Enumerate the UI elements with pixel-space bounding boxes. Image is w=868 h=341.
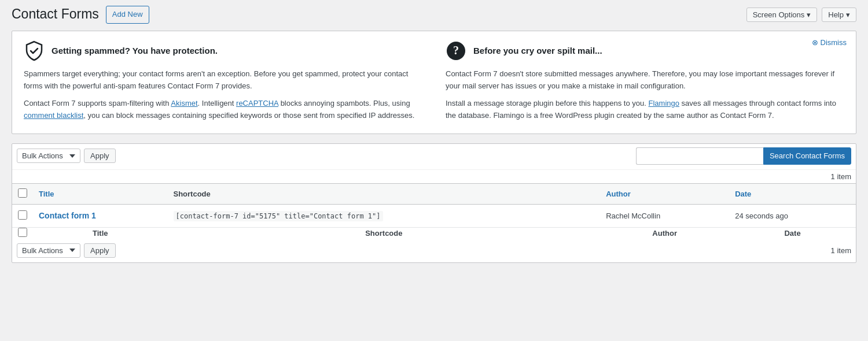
notice-col1-heading: Getting spammed? You have protection.	[52, 46, 218, 55]
apply-button-bottom[interactable]: Apply	[84, 243, 116, 258]
notice-col-spam: Getting spammed? You have protection. Sp…	[24, 40, 422, 122]
recaptcha-link[interactable]: reCAPTCHA	[236, 99, 278, 108]
apply-button-top[interactable]: Apply	[84, 149, 116, 163]
page-wrapper: Contact Forms Add New Screen Options ▾ H…	[0, 0, 868, 275]
page-header: Contact Forms Add New Screen Options ▾ H…	[12, 6, 856, 24]
dismiss-circle-icon: ⊗	[812, 38, 818, 47]
forms-table: Title Shortcode Author Date Contact form…	[12, 183, 856, 239]
item-count-bottom: 1 item	[831, 246, 851, 255]
akismet-link[interactable]: Akismet	[171, 99, 197, 108]
help-chevron-icon: ▾	[846, 10, 850, 19]
col-title-footer[interactable]: Title	[33, 227, 168, 239]
search-button[interactable]: Search Contact Forms	[763, 147, 851, 165]
tablenav-bottom: Bulk Actions Apply 1 item	[12, 240, 856, 261]
screen-options-button[interactable]: Screen Options ▾	[746, 8, 818, 22]
table-header-row: Title Shortcode Author Date	[12, 183, 856, 204]
col-cb-footer	[12, 227, 33, 239]
help-button[interactable]: Help ▾	[822, 8, 856, 22]
notice-columns: Getting spammed? You have protection. Sp…	[24, 40, 844, 122]
add-new-button[interactable]: Add New	[106, 6, 149, 24]
notice-col2-para2-before: Install a message storage plugin before …	[446, 99, 649, 108]
screen-options-label: Screen Options	[753, 10, 805, 19]
notice-col-mail: ? Before you cry over spilt mail... Cont…	[446, 40, 844, 122]
row-checkbox[interactable]	[18, 210, 27, 220]
tablenav-bottom-left: Bulk Actions Apply	[17, 243, 116, 258]
notice-col1-para2-after: , you can block messages containing spec…	[83, 111, 414, 120]
notice-col2-header: ? Before you cry over spilt mail...	[446, 40, 844, 61]
item-count-top-label: 1 item	[831, 172, 851, 181]
svg-text:?: ?	[453, 44, 459, 57]
screen-options-chevron-icon: ▾	[807, 10, 811, 19]
notice-col1-para2-mid: . Intelligent	[198, 99, 237, 108]
table-container: Bulk Actions Apply Search Contact Forms …	[12, 143, 856, 263]
notice-col1-para2: Contact Form 7 supports spam-filtering w…	[24, 98, 422, 122]
flamingo-link[interactable]: Flamingo	[649, 99, 679, 108]
table-head: Title Shortcode Author Date	[12, 183, 856, 204]
tablenav-top-right: Search Contact Forms	[636, 147, 851, 165]
tablenav-top: Bulk Actions Apply Search Contact Forms	[12, 144, 856, 168]
form-title-link[interactable]: Contact form 1	[39, 211, 96, 220]
page-title: Contact Forms	[12, 6, 99, 23]
col-cb-header	[12, 183, 33, 204]
dismiss-label: Dismiss	[821, 38, 847, 47]
select-all-checkbox-bottom[interactable]	[18, 228, 27, 237]
table-foot: Title Shortcode Author Date	[12, 227, 856, 239]
table-footer-row: Title Shortcode Author Date	[12, 227, 856, 239]
row-date-cell: 24 seconds ago	[729, 204, 856, 227]
notice-col2-para1: Contact Form 7 doesn't store submitted m…	[446, 68, 844, 92]
col-date-footer[interactable]: Date	[729, 227, 856, 239]
col-shortcode-footer: Shortcode	[168, 227, 601, 239]
notice-col2-para2: Install a message storage plugin before …	[446, 98, 844, 122]
notice-col1-header: Getting spammed? You have protection.	[24, 40, 422, 61]
shield-icon	[24, 40, 45, 61]
col-title-header[interactable]: Title	[33, 183, 168, 204]
notice-col1-para1: Spammers target everything; your contact…	[24, 68, 422, 92]
tablenav-top-left: Bulk Actions Apply	[17, 149, 116, 163]
comment-blacklist-link[interactable]: comment blacklist	[24, 111, 83, 120]
table-row: Contact form 1 [contact-form-7 id="5175"…	[12, 204, 856, 227]
dismiss-button[interactable]: ⊗ Dismiss	[812, 38, 847, 47]
page-title-area: Contact Forms Add New	[12, 6, 149, 24]
row-title-cell: Contact form 1	[33, 204, 168, 227]
notice-col2-heading: Before you cry over spilt mail...	[473, 46, 602, 55]
search-input[interactable]	[636, 147, 763, 165]
col-date-header[interactable]: Date	[729, 183, 856, 204]
col-shortcode-header: Shortcode	[168, 183, 601, 204]
search-area: Search Contact Forms	[636, 147, 851, 165]
notice-box: ⊗ Dismiss Getting spammed? You have prot…	[12, 31, 856, 134]
bulk-actions-select-bottom[interactable]: Bulk Actions	[17, 243, 80, 258]
header-right: Screen Options ▾ Help ▾	[746, 8, 856, 22]
help-label: Help	[828, 10, 844, 19]
question-icon: ?	[446, 40, 466, 61]
row-author-cell: Rachel McCollin	[600, 204, 729, 227]
item-count-top: 1 item	[12, 169, 856, 183]
col-author-footer[interactable]: Author	[600, 227, 729, 239]
col-author-header[interactable]: Author	[600, 183, 729, 204]
select-all-checkbox-top[interactable]	[18, 188, 27, 198]
row-checkbox-cell	[12, 204, 33, 227]
row-shortcode-cell: [contact-form-7 id="5175" title="Contact…	[168, 204, 601, 227]
row-shortcode: [contact-form-7 id="5175" title="Contact…	[174, 211, 383, 221]
table-body: Contact form 1 [contact-form-7 id="5175"…	[12, 204, 856, 227]
tablenav-bottom-right: 1 item	[831, 246, 851, 255]
bulk-actions-select-top[interactable]: Bulk Actions	[17, 149, 80, 163]
notice-col1-para2-mid2: blocks annoying spambots. Plus, using	[278, 99, 410, 108]
notice-col1-para2-before: Contact Form 7 supports spam-filtering w…	[24, 99, 171, 108]
